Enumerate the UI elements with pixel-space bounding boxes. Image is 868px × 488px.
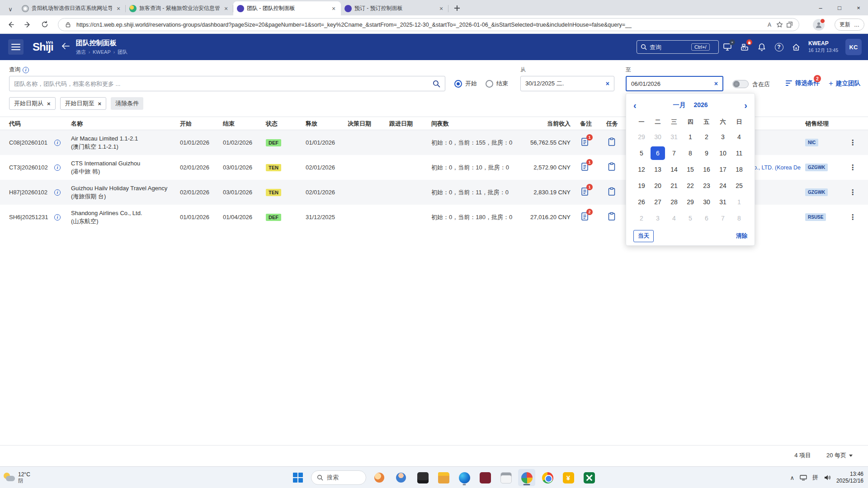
contact-widget-icon[interactable] — [392, 469, 410, 486]
breadcrumb-item[interactable]: KWEAP — [93, 49, 111, 55]
calendar-day[interactable]: 26 — [633, 194, 650, 210]
tasks-icon[interactable] — [608, 130, 616, 155]
app-colorful-app-icon[interactable] — [518, 469, 535, 486]
favorite-star-icon[interactable] — [774, 20, 784, 30]
search-highlight-icon[interactable] — [371, 469, 388, 486]
calendar-day[interactable]: 14 — [666, 161, 682, 178]
create-group-button[interactable]: + 建立团队 — [829, 79, 860, 88]
column-header[interactable]: 跟进日期 — [389, 117, 413, 130]
column-header[interactable]: 状态 — [266, 117, 278, 130]
notes-icon[interactable]: 1 — [580, 155, 589, 180]
calendar-day[interactable]: 31 — [666, 129, 682, 145]
new-tab-button[interactable] — [451, 2, 463, 14]
row-menu-icon[interactable]: ⋮ — [849, 205, 856, 230]
calendar-day[interactable]: 13 — [650, 161, 666, 178]
hamburger-menu-icon[interactable] — [8, 39, 24, 55]
column-header[interactable]: 代码 — [9, 117, 21, 130]
group-search-field[interactable] — [9, 76, 445, 91]
taskbar-search-box[interactable]: 搜索 — [311, 470, 366, 485]
tasks-icon[interactable] — [608, 180, 616, 205]
back-icon[interactable] — [4, 18, 17, 31]
clear-filters-chip[interactable]: 清除条件 — [111, 97, 143, 110]
edge-app-icon[interactable] — [456, 469, 473, 486]
calendar-day[interactable]: 5 — [633, 145, 650, 161]
notes-icon[interactable]: 1 — [580, 130, 589, 155]
app-light-app-icon[interactable] — [497, 469, 514, 486]
notifications-bell-icon[interactable] — [753, 38, 770, 56]
from-date-field[interactable]: × — [520, 76, 614, 91]
calendar-day[interactable]: 11 — [731, 145, 747, 161]
refresh-icon[interactable] — [38, 18, 52, 31]
group-name[interactable]: CTS International Guizhou(港中旅 韩) — [71, 155, 140, 180]
info-icon[interactable]: i — [54, 130, 61, 155]
browser-tab[interactable]: 旅客查询 - 紫楠旅馆业治安信息管× — [126, 1, 233, 15]
browser-update-button[interactable]: 更新 … — [835, 19, 864, 31]
tasks-icon[interactable] — [608, 155, 616, 180]
calendar-day[interactable]: 2 — [633, 210, 650, 226]
calendar-day[interactable]: 4 — [666, 210, 682, 226]
calendar-day[interactable]: 8 — [682, 145, 698, 161]
global-search-box[interactable]: Ctrl+/ — [637, 40, 719, 54]
tab-search-icon[interactable]: ∨ — [4, 3, 17, 15]
weather-widget[interactable]: 12°C 阴 — [4, 469, 30, 487]
property-block[interactable]: KWEAP 16 12月 13:45 — [808, 40, 838, 54]
calendar-day[interactable]: 31 — [715, 194, 731, 210]
calendar-day[interactable]: 25 — [731, 178, 747, 194]
column-header[interactable]: 销售经理 — [805, 117, 829, 130]
home-icon[interactable] — [788, 38, 805, 56]
calendar-day[interactable]: 23 — [698, 178, 715, 194]
info-icon[interactable]: i — [54, 205, 61, 230]
column-header[interactable]: 名称 — [71, 117, 83, 130]
breadcrumb-item[interactable]: 酒店 — [76, 49, 86, 56]
browser-tab[interactable]: 团队 - 团队控制面板× — [233, 1, 341, 15]
group-code[interactable]: SH6|20251231 — [9, 205, 48, 230]
browser-menu-icon[interactable]: … — [854, 22, 859, 28]
radio-end-circle[interactable] — [486, 80, 493, 88]
radio-end-option[interactable]: 结束 — [486, 76, 508, 91]
user-avatar[interactable]: KC — [845, 39, 862, 55]
tray-display-icon[interactable] — [800, 474, 807, 481]
row-menu-icon[interactable]: ⋮ — [849, 155, 856, 180]
volume-icon[interactable] — [824, 474, 831, 481]
calendar-day[interactable]: 5 — [682, 210, 698, 226]
url-text[interactable]: https://cn1.web.ep.shiji.world/reservati… — [76, 22, 764, 28]
tray-chevron-up-icon[interactable]: ∧ — [790, 474, 794, 481]
calendar-day[interactable]: 6 — [650, 145, 666, 161]
calendar-day[interactable]: 28 — [666, 194, 682, 210]
from-date-input[interactable] — [525, 80, 606, 87]
radio-start-option[interactable]: 开始 — [454, 76, 477, 91]
tab-close-icon[interactable]: × — [438, 5, 445, 12]
calendar-day[interactable]: 17 — [715, 161, 731, 178]
query-info-icon[interactable]: i — [23, 67, 29, 73]
browser-tab[interactable]: 预订 - 预订控制面板× — [341, 1, 448, 15]
header-back-icon[interactable] — [61, 42, 70, 52]
help-icon[interactable]: ? — [770, 38, 788, 56]
group-code[interactable]: H87|20260102 — [9, 180, 47, 205]
tab-close-icon[interactable]: × — [222, 5, 230, 12]
column-header[interactable]: 当前收入 — [547, 117, 571, 130]
collections-icon[interactable] — [784, 20, 794, 30]
calendar-day[interactable]: 24 — [715, 178, 731, 194]
calendar-day[interactable]: 30 — [698, 194, 715, 210]
from-clear-icon[interactable]: × — [606, 80, 609, 87]
maximize-button[interactable]: □ — [830, 0, 849, 15]
calendar-day[interactable]: 9 — [698, 145, 715, 161]
global-search-input[interactable] — [650, 44, 689, 51]
start-button[interactable] — [289, 469, 307, 486]
profile-link[interactable]: Co., LTD. (Korea De — [750, 155, 801, 180]
column-header[interactable]: 任务 — [606, 117, 618, 130]
calendar-day[interactable]: 21 — [666, 178, 682, 194]
calendar-day[interactable]: 27 — [650, 194, 666, 210]
calendar-day[interactable]: 1 — [731, 194, 747, 210]
chip-remove-icon[interactable]: × — [98, 100, 102, 107]
chip-remove-icon[interactable]: × — [47, 100, 51, 107]
app-dark-app-icon[interactable] — [414, 469, 431, 486]
calendar-day[interactable]: 18 — [731, 161, 747, 178]
filter-chip[interactable]: 开始日期至× — [60, 97, 107, 110]
browser-profile-avatar[interactable] — [813, 19, 825, 31]
to-date-field[interactable]: × — [626, 76, 723, 91]
calendar-day[interactable]: 2 — [698, 129, 715, 145]
calendar-day[interactable]: 30 — [650, 129, 666, 145]
calendar-day[interactable]: 4 — [731, 129, 747, 145]
file-explorer-app-icon[interactable] — [435, 469, 452, 486]
